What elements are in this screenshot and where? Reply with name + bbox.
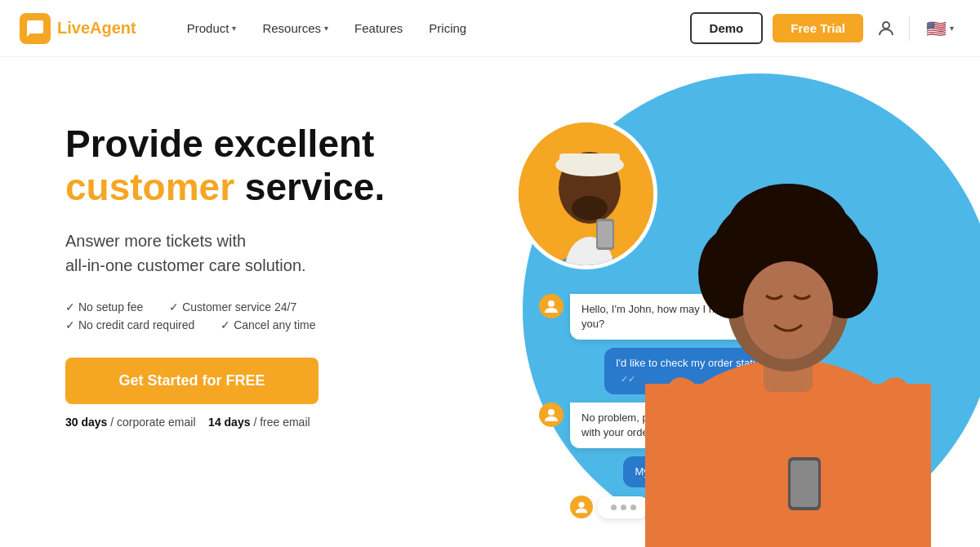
person-man: [514, 118, 657, 269]
demo-button[interactable]: Demo: [690, 12, 764, 44]
check-no-credit-card: ✓ No credit card required: [65, 318, 194, 331]
nav-pricing[interactable]: Pricing: [417, 15, 478, 42]
language-selector[interactable]: 🇺🇸 ▾: [920, 16, 960, 42]
check-customer-service: ✓ Customer service 24/7: [169, 300, 296, 314]
dot-2: [621, 505, 626, 510]
svg-point-7: [572, 196, 608, 220]
nav-links: Product ▾ Resources ▾ Features Pricing: [176, 15, 690, 42]
hero-right: Hello, I'm John, how may I help you? I'd…: [490, 106, 931, 547]
user-account-button[interactable]: [873, 16, 899, 42]
chevron-down-icon: ▾: [950, 24, 954, 33]
nav-divider: [909, 16, 910, 41]
check-cancel-anytime: ✓ Cancel any time: [220, 318, 315, 331]
svg-rect-6: [559, 153, 620, 170]
woman-silhouette: [645, 114, 931, 547]
svg-point-19: [743, 261, 833, 359]
chat-icon: [25, 19, 45, 38]
svg-point-0: [883, 22, 889, 29]
logo-icon: [20, 13, 51, 44]
navbar: LiveAgent Product ▾ Resources ▾ Features…: [0, 0, 980, 57]
hero-checks: ✓ No setup fee ✓ Customer service 24/7 ✓…: [65, 300, 490, 331]
logo[interactable]: LiveAgent: [20, 13, 136, 44]
dot-1: [611, 505, 617, 510]
trial-info: 30 days / corporate email 14 days / free…: [65, 416, 490, 429]
hero-subtitle: Answer more tickets with all-in-one cust…: [65, 229, 490, 278]
hero-left: Provide excellent customer service. Answ…: [65, 106, 490, 429]
chevron-down-icon: ▾: [232, 24, 236, 33]
chat-avatar-2: [539, 402, 564, 427]
nav-features[interactable]: Features: [343, 15, 414, 42]
free-trial-button[interactable]: Free Trial: [773, 14, 863, 42]
dot-3: [630, 505, 636, 510]
logo-text: LiveAgent: [57, 19, 136, 38]
svg-rect-9: [598, 221, 612, 247]
flag-icon: 🇺🇸: [926, 19, 947, 38]
svg-point-26: [548, 409, 555, 416]
hero-section: Provide excellent customer service. Answ…: [0, 57, 980, 547]
svg-point-18: [727, 184, 849, 274]
svg-point-27: [578, 502, 584, 508]
svg-rect-24: [791, 460, 818, 507]
nav-product[interactable]: Product ▾: [176, 15, 248, 42]
typing-avatar: [570, 496, 593, 518]
chat-avatar-1: [539, 294, 564, 318]
person-woman: [645, 114, 931, 547]
nav-resources[interactable]: Resources ▾: [251, 15, 340, 42]
typing-dots: [598, 496, 649, 518]
chevron-down-icon: ▾: [324, 24, 328, 33]
nav-right: Demo Free Trial 🇺🇸 ▾: [690, 12, 960, 44]
get-started-button[interactable]: Get Started for FREE: [65, 358, 318, 404]
svg-point-25: [548, 300, 555, 307]
hero-title: Provide excellent customer service.: [65, 122, 490, 209]
check-no-setup-fee: ✓ No setup fee: [65, 300, 143, 314]
